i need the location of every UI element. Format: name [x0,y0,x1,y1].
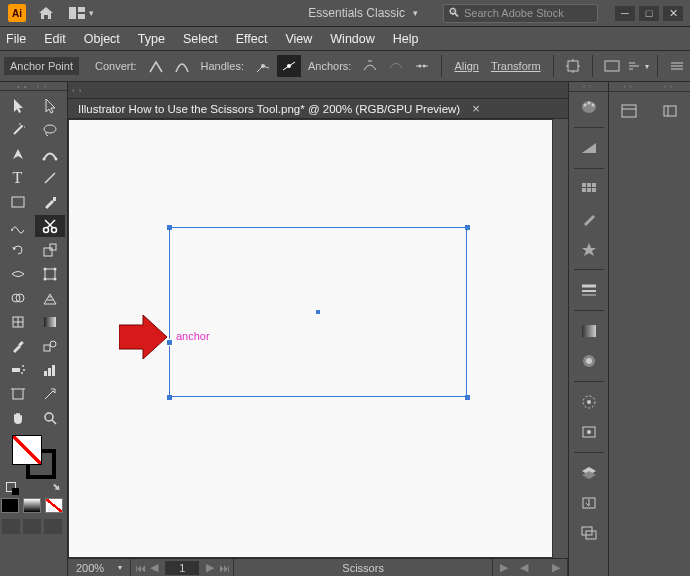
anchor-top-right[interactable] [465,225,470,230]
vertical-scrollbar[interactable] [553,119,568,558]
scroll-left-icon[interactable]: ◀︎ [517,561,531,574]
menu-file[interactable]: File [6,32,26,46]
menu-effect[interactable]: Effect [236,32,268,46]
align-to-icon[interactable] [600,55,624,77]
scroll-right2-icon[interactable]: ▶︎ [549,561,563,574]
remove-anchor-icon[interactable] [358,55,382,77]
type-tool[interactable]: T [3,167,33,189]
rotate-tool[interactable] [3,239,33,261]
graphic-styles-panel-icon[interactable] [574,419,604,445]
stroke-panel-icon[interactable] [574,277,604,303]
blend-tool[interactable] [35,335,65,357]
magic-wand-tool[interactable] [3,119,33,141]
scissors-tool[interactable] [35,215,65,237]
lasso-tool[interactable] [35,119,65,141]
cut-path-icon[interactable] [410,55,434,77]
eyedropper-tool[interactable] [3,335,33,357]
anchor-top-left[interactable] [167,225,172,230]
isolate-icon[interactable] [561,55,585,77]
color-panel-icon[interactable] [574,94,604,120]
scroll-right-icon[interactable]: ▶︎ [497,561,511,574]
minimize-button[interactable]: ─ [615,6,635,21]
swap-fill-stroke-icon[interactable] [50,482,62,494]
draw-normal-icon[interactable] [2,519,20,534]
menu-help[interactable]: Help [393,32,419,46]
width-tool[interactable] [3,263,33,285]
menu-window[interactable]: Window [330,32,374,46]
panel-grip-1[interactable]: ‹‹ [569,82,608,92]
document-tab[interactable]: Illustrator How to Use the Scissors Tool… [68,99,568,119]
last-artboard-icon[interactable]: ⏭︎ [217,562,231,574]
symbol-sprayer-tool[interactable] [3,359,33,381]
libraries-panel-icon[interactable] [655,98,685,124]
symbols-panel-icon[interactable] [574,236,604,262]
search-stock-input[interactable]: 🔍︎ Search Adobe Stock [443,4,598,23]
next-artboard-icon[interactable]: ▶︎ [203,561,217,574]
maximize-button[interactable]: □ [639,6,659,21]
align-link[interactable]: Align [454,60,478,72]
perspective-grid-tool[interactable] [35,287,65,309]
properties-panel-icon[interactable] [614,98,644,124]
doc-tabbar-grip[interactable]: ›› [68,82,568,99]
menu-view[interactable]: View [285,32,312,46]
asset-export-panel-icon[interactable] [574,490,604,516]
pen-tool[interactable] [3,143,33,165]
brushes-panel-icon[interactable] [574,206,604,232]
menu-type[interactable]: Type [138,32,165,46]
draw-inside-icon[interactable] [44,519,62,534]
close-button[interactable]: ✕ [663,6,683,21]
artboards-panel-icon[interactable] [574,520,604,546]
fill-stroke-swatch[interactable] [12,435,56,479]
fill-color[interactable] [12,435,42,465]
gradient-mode-icon[interactable] [23,498,41,513]
hand-tool[interactable] [3,407,33,429]
shaper-tool[interactable] [3,215,33,237]
line-tool[interactable] [35,167,65,189]
close-tab-icon[interactable]: × [472,101,480,116]
default-fill-stroke-icon[interactable] [6,482,16,492]
transform-link[interactable]: Transform [491,60,541,72]
none-mode-icon[interactable] [45,498,63,513]
first-artboard-icon[interactable]: ⏮︎ [133,562,147,574]
canvas[interactable]: anchor [68,119,553,558]
swatches-panel-icon[interactable] [574,176,604,202]
gradient-tool[interactable] [35,311,65,333]
gradient-panel-icon[interactable] [574,318,604,344]
list-icon[interactable] [665,55,689,77]
curvature-tool[interactable] [35,143,65,165]
panel-grip-2[interactable]: ‹‹ [624,82,635,91]
panel-grip-3[interactable]: ‹‹ [664,82,675,91]
scale-tool[interactable] [35,239,65,261]
arrange-documents-icon[interactable]: ▾ [69,7,94,19]
appearance-panel-icon[interactable] [574,389,604,415]
handles-pair-icon[interactable] [277,55,301,77]
direct-selection-tool[interactable] [35,95,65,117]
shape-builder-tool[interactable] [3,287,33,309]
color-mode-icon[interactable] [1,498,19,513]
mesh-tool[interactable] [3,311,33,333]
rectangle-tool[interactable] [3,191,33,213]
free-transform-tool[interactable] [35,263,65,285]
zoom-level[interactable]: 200%▾ [68,559,131,576]
prev-artboard-icon[interactable]: ◀︎ [147,561,161,574]
paintbrush-tool[interactable] [35,191,65,213]
menu-select[interactable]: Select [183,32,218,46]
toolbox-grip[interactable]: •• ›› [0,82,67,91]
draw-behind-icon[interactable] [23,519,41,534]
connect-anchor-icon[interactable] [384,55,408,77]
slice-tool[interactable] [35,383,65,405]
artboard-tool[interactable] [3,383,33,405]
transparency-panel-icon[interactable] [574,348,604,374]
menu-edit[interactable]: Edit [44,32,66,46]
selection-tool[interactable] [3,95,33,117]
zoom-tool[interactable] [35,407,65,429]
artboard-number[interactable]: 1 [165,561,199,575]
handles-break-icon[interactable] [251,55,275,77]
home-icon[interactable] [38,6,54,20]
layers-panel-icon[interactable] [574,460,604,486]
anchor-bot-right[interactable] [465,395,470,400]
column-graph-tool[interactable] [35,359,65,381]
convert-corner-icon[interactable] [144,55,168,77]
align-dropdown-icon[interactable]: ▾ [626,55,650,77]
convert-smooth-icon[interactable] [170,55,194,77]
